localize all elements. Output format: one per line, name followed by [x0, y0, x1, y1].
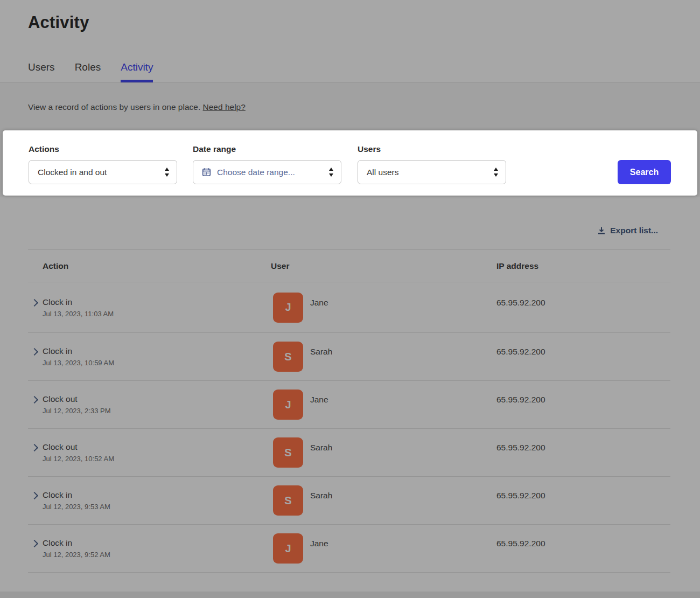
spinner-up-down-icon: [329, 168, 333, 177]
spinner-up-down-icon: [494, 168, 498, 177]
users-select[interactable]: All users: [358, 160, 506, 184]
calendar-icon: [202, 168, 211, 177]
actions-select-value: Clocked in and out: [38, 168, 165, 177]
dim-overlay: [0, 0, 700, 598]
users-select-value: All users: [367, 168, 494, 177]
date-range-select[interactable]: Choose date range...: [193, 160, 341, 184]
actions-select[interactable]: Clocked in and out: [29, 160, 177, 184]
users-filter-label: Users: [358, 144, 381, 154]
search-button[interactable]: Search: [618, 160, 671, 184]
filter-panel: Actions Date range Users Clocked in and …: [3, 130, 697, 196]
actions-filter-label: Actions: [29, 144, 59, 154]
date-range-placeholder: Choose date range...: [217, 168, 329, 177]
date-range-filter-label: Date range: [193, 144, 236, 154]
spinner-up-down-icon: [165, 168, 169, 177]
